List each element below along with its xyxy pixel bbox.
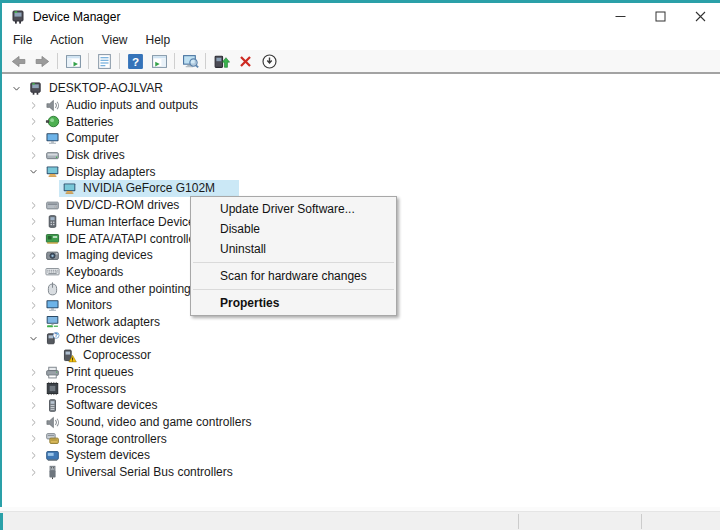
action-pane-button[interactable]: [147, 51, 171, 72]
help-button[interactable]: ?: [123, 51, 147, 72]
chevron-right-icon[interactable]: [25, 415, 42, 430]
tree-item-label: Audio inputs and outputs: [66, 98, 198, 112]
tree-item-computer[interactable]: Computer: [2, 130, 720, 147]
context-menu-item-properties[interactable]: Properties: [191, 293, 396, 313]
tree-item-coprocessor[interactable]: Coprocessor: [2, 347, 720, 364]
tree-item-label: Keyboards: [66, 265, 123, 279]
close-button[interactable]: [680, 3, 720, 31]
toolbar-separator: [174, 53, 175, 69]
tree-item-label: IDE ATA/ATAPI controllers: [66, 232, 205, 246]
context-menu: Update Driver Software...DisableUninstal…: [190, 196, 397, 316]
chevron-right-icon[interactable]: [25, 148, 42, 163]
tree-item-label: Sound, video and game controllers: [66, 415, 251, 429]
chevron-right-icon[interactable]: [25, 314, 42, 329]
forward-button[interactable]: [30, 51, 54, 72]
tree-item-label: Universal Serial Bus controllers: [66, 465, 233, 479]
tree-item-sound-video-and-game-controllers[interactable]: Sound, video and game controllers: [2, 414, 720, 431]
tree-item-disk-drives[interactable]: Disk drives: [2, 147, 720, 164]
chevron-down-icon[interactable]: [8, 81, 25, 96]
tree-item-label: Batteries: [66, 115, 113, 129]
tree-item-content: DESKTOP-AOJLVAR: [25, 80, 165, 97]
chevron-right-icon[interactable]: [25, 448, 42, 463]
chevron-right-icon[interactable]: [25, 98, 42, 113]
maximize-button[interactable]: [640, 3, 680, 31]
minimize-button[interactable]: [600, 3, 640, 31]
display-adapter-icon: [61, 181, 77, 196]
tree-item-print-queues[interactable]: Print queues: [2, 364, 720, 381]
expander-spacer: [42, 181, 59, 196]
tree-item-content: Imaging devices: [42, 247, 155, 264]
battery-icon: [44, 114, 60, 129]
selected-item-highlight: NVIDIA GeForce G102M: [59, 180, 239, 197]
tree-item-desktop-aojlvar[interactable]: DESKTOP-AOJLVAR: [2, 80, 720, 97]
chevron-right-icon[interactable]: [25, 264, 42, 279]
chevron-right-icon[interactable]: [25, 114, 42, 129]
toolbar-separator: [88, 53, 89, 69]
tree-item-universal-serial-bus-controllers[interactable]: Universal Serial Bus controllers: [2, 464, 720, 481]
tree-item-label: Print queues: [66, 365, 133, 379]
svg-text:?: ?: [54, 333, 58, 339]
chevron-right-icon[interactable]: [25, 281, 42, 296]
chevron-right-icon[interactable]: [25, 198, 42, 213]
chevron-right-icon[interactable]: [25, 131, 42, 146]
tree-item-display-adapters[interactable]: Display adapters: [2, 163, 720, 180]
tree-item-software-devices[interactable]: Software devices: [2, 397, 720, 414]
scan-for-hardware-changes-button[interactable]: [178, 51, 202, 72]
chevron-down-icon[interactable]: [25, 331, 42, 346]
chevron-right-icon[interactable]: [25, 365, 42, 380]
minimize-icon: [615, 10, 626, 25]
chevron-right-icon[interactable]: [25, 214, 42, 229]
tree-item-system-devices[interactable]: System devices: [2, 447, 720, 464]
toolbar-separator: [205, 53, 206, 69]
tree-item-content: Display adapters: [42, 163, 157, 180]
tree-item-audio-inputs-and-outputs[interactable]: Audio inputs and outputs: [2, 97, 720, 114]
scan-hardware-icon: [182, 53, 199, 70]
chevron-right-icon[interactable]: [25, 248, 42, 263]
window-controls: [600, 3, 720, 31]
tree-item-nvidia-geforce-g102m[interactable]: NVIDIA GeForce G102M: [2, 180, 720, 197]
network-adapter-icon: [44, 314, 60, 329]
tree-item-label: Software devices: [66, 398, 157, 412]
chevron-right-icon[interactable]: [25, 398, 42, 413]
back-button[interactable]: [6, 51, 30, 72]
menu-item-action[interactable]: Action: [41, 30, 92, 50]
chevron-right-icon[interactable]: [25, 465, 42, 480]
tree-item-content: Monitors: [42, 297, 114, 314]
tree-item-other-devices[interactable]: ?Other devices: [2, 330, 720, 347]
tree-item-network-adapters[interactable]: Network adapters: [2, 314, 720, 331]
unknown-device-icon: ?: [44, 331, 60, 346]
context-menu-item-disable[interactable]: Disable: [191, 219, 396, 239]
device-manager-icon: [10, 9, 26, 25]
tree-item-batteries[interactable]: Batteries: [2, 113, 720, 130]
tree-item-content: Human Interface Devices: [42, 214, 203, 231]
update-driver-button[interactable]: [209, 51, 233, 72]
context-menu-item-update-driver-software[interactable]: Update Driver Software...: [191, 199, 396, 219]
menu-item-file[interactable]: File: [4, 30, 41, 50]
chevron-down-icon[interactable]: [25, 164, 42, 179]
svg-text:?: ?: [131, 54, 138, 67]
software-device-icon: [44, 398, 60, 413]
disable-device-button[interactable]: [257, 51, 281, 72]
chevron-right-icon[interactable]: [25, 381, 42, 396]
uninstall-icon: [237, 53, 254, 70]
tree-item-storage-controllers[interactable]: Storage controllers: [2, 430, 720, 447]
menu-item-help[interactable]: Help: [137, 30, 180, 50]
chevron-right-icon[interactable]: [25, 231, 42, 246]
chevron-right-icon[interactable]: [25, 298, 42, 313]
monitor-icon: [44, 298, 60, 313]
properties-button[interactable]: [92, 51, 116, 72]
context-menu-item-scan-for-hardware-changes[interactable]: Scan for hardware changes: [191, 266, 396, 286]
context-menu-item-uninstall[interactable]: Uninstall: [191, 239, 396, 259]
show-console-tree-button[interactable]: [61, 51, 85, 72]
menu-item-view[interactable]: View: [93, 30, 137, 50]
warning-device-icon: [61, 348, 77, 363]
tree-item-content: Coprocessor: [59, 347, 153, 364]
chevron-right-icon[interactable]: [25, 431, 42, 446]
uninstall-device-button[interactable]: [233, 51, 257, 72]
computer-device-icon: [27, 81, 43, 96]
tree-item-processors[interactable]: Processors: [2, 380, 720, 397]
disk-drive-icon: [44, 148, 60, 163]
hid-device-icon: [44, 214, 60, 229]
tree-item-label: Imaging devices: [66, 248, 153, 262]
tree-item-label: DESKTOP-AOJLVAR: [49, 81, 163, 95]
